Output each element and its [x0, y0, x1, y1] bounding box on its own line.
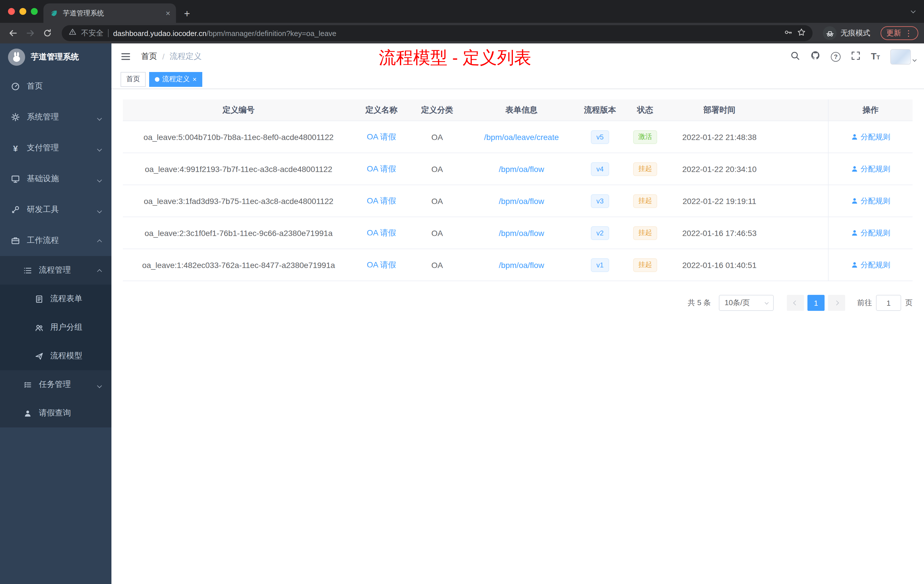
- chevron-down-icon: [98, 144, 101, 153]
- font-size-icon[interactable]: TT: [871, 52, 880, 61]
- user-icon: [851, 165, 858, 173]
- tab-title: 芋道管理系统: [63, 8, 161, 18]
- maximize-window-button[interactable]: [31, 8, 38, 15]
- update-chip[interactable]: 更新 ⋮: [881, 26, 918, 40]
- browser-tab[interactable]: 芋道管理系统 ×: [43, 3, 176, 23]
- version-badge: v2: [591, 226, 609, 240]
- forward-button[interactable]: [23, 26, 38, 41]
- version-badge: v4: [591, 162, 609, 176]
- goto-page-input[interactable]: [876, 295, 901, 311]
- tab-strip: 芋道管理系统 × +: [0, 0, 924, 23]
- sidebar-logo[interactable]: 芋道管理系统: [0, 43, 111, 71]
- list-icon: [23, 266, 32, 275]
- tag-close-icon[interactable]: ×: [193, 76, 196, 82]
- search-icon[interactable]: [790, 51, 800, 63]
- user-icon: [851, 133, 858, 140]
- help-icon[interactable]: ?: [831, 52, 841, 61]
- form-link[interactable]: /bpm/oa/flow: [499, 164, 544, 173]
- url-text[interactable]: dashboard.yudao.iocoder.cn/bpm/manager/d…: [113, 29, 779, 38]
- sidebar-item-process-form[interactable]: 流程表单: [0, 285, 111, 313]
- reload-button[interactable]: [40, 26, 55, 41]
- tab-search-chevron-icon[interactable]: [911, 5, 915, 15]
- sidebar-item-process-model[interactable]: 流程模型: [0, 342, 111, 370]
- tag-home[interactable]: 首页: [120, 72, 146, 87]
- bookmark-star-icon[interactable]: [797, 28, 806, 39]
- incognito-icon: [823, 26, 837, 40]
- app-shell: 芋道管理系统 首页 系统管理 ¥ 支付管理: [0, 43, 924, 584]
- definition-name-link[interactable]: OA 请假: [367, 164, 396, 174]
- breadcrumb-home[interactable]: 首页: [141, 51, 157, 62]
- tag-process-definition[interactable]: 流程定义 ×: [149, 72, 202, 87]
- page-size-select[interactable]: 10条/页: [719, 295, 774, 311]
- sidebar-item-label: 流程表单: [50, 294, 82, 304]
- tab-close-icon[interactable]: ×: [166, 9, 170, 17]
- sidebar-item-leave-query[interactable]: 请假查询: [0, 399, 111, 427]
- deploy-time-cell: 2022-01-22 19:19:11: [667, 185, 771, 216]
- sidebar-item-label: 工作流程: [27, 236, 59, 246]
- table-row: oa_leave:1:482ec033-762a-11ec-8477-a2380…: [123, 249, 912, 281]
- assign-rule-button[interactable]: 分配规则: [851, 260, 890, 270]
- user-icon: [851, 261, 858, 269]
- address-bar[interactable]: 不安全 dashboard.yudao.iocoder.cn/bpm/manag…: [62, 25, 813, 41]
- deploy-time-cell: 2022-01-16 17:46:53: [667, 217, 771, 249]
- definition-id-cell: oa_leave:2:3c1f0ef1-76b1-11ec-9c66-a2380…: [123, 217, 354, 249]
- menu-overflow-icon[interactable]: ⋮: [904, 29, 912, 37]
- category-cell: OA: [409, 249, 466, 280]
- sidebar-item-label: 支付管理: [27, 143, 59, 153]
- security-label[interactable]: 不安全: [81, 28, 104, 38]
- sidebar-toggle-icon[interactable]: [119, 50, 132, 63]
- github-icon[interactable]: [810, 50, 820, 63]
- assign-rule-button[interactable]: 分配规则: [851, 196, 890, 206]
- password-key-icon[interactable]: [784, 28, 792, 39]
- close-window-button[interactable]: [8, 8, 15, 15]
- next-page-button[interactable]: [828, 295, 845, 311]
- avatar-image: [890, 49, 911, 64]
- users-icon: [34, 323, 43, 332]
- definition-name-link[interactable]: OA 请假: [367, 196, 396, 206]
- prev-page-button[interactable]: [787, 295, 804, 311]
- page-content: 定义编号 定义名称 定义分类 表单信息 流程版本 状态 部署时间 操作 oa_l…: [111, 89, 924, 584]
- definition-id-cell: oa_leave:3:1fad3d93-7b75-11ec-a3c8-acde4…: [123, 185, 354, 216]
- sidebar-item-task-manage[interactable]: 任务管理: [0, 370, 111, 399]
- sidebar-item-home[interactable]: 首页: [0, 71, 111, 102]
- deploy-time-cell: 2022-01-22 21:48:38: [667, 121, 771, 153]
- breadcrumb-current: 流程定义: [170, 51, 202, 62]
- paper-plane-icon: [34, 351, 43, 361]
- sidebar-item-user-group[interactable]: 用户分组: [0, 313, 111, 342]
- sidebar-item-label: 用户分组: [50, 322, 82, 333]
- sidebar-item-devtools[interactable]: 研发工具: [0, 194, 111, 225]
- new-tab-button[interactable]: +: [184, 8, 190, 19]
- window-controls: [8, 8, 38, 15]
- sidebar-item-workflow[interactable]: 工作流程: [0, 225, 111, 256]
- dashboard-icon: [11, 82, 20, 91]
- form-link[interactable]: /bpm/oa/flow: [499, 260, 544, 269]
- minimize-window-button[interactable]: [20, 8, 26, 15]
- back-button[interactable]: [6, 26, 21, 41]
- sidebar-item-infrastructure[interactable]: 基础设施: [0, 163, 111, 194]
- col-form-info: 表单信息: [466, 99, 577, 120]
- col-version: 流程版本: [577, 99, 623, 120]
- sidebar-item-payment[interactable]: ¥ 支付管理: [0, 133, 111, 163]
- assign-rule-button[interactable]: 分配规则: [851, 228, 890, 238]
- incognito-badge: 无痕模式: [823, 26, 870, 40]
- definition-name-link[interactable]: OA 请假: [367, 260, 396, 270]
- form-link[interactable]: /bpm/oa/leave/create: [484, 132, 559, 142]
- deploy-time-cell: 2022-01-22 20:34:10: [667, 153, 771, 185]
- user-avatar[interactable]: [890, 49, 916, 64]
- page-number-button[interactable]: 1: [807, 295, 825, 311]
- assign-rule-button[interactable]: 分配规则: [851, 164, 890, 174]
- form-link[interactable]: /bpm/oa/flow: [499, 228, 544, 238]
- form-link[interactable]: /bpm/oa/flow: [499, 196, 544, 205]
- sidebar-item-system[interactable]: 系统管理: [0, 102, 111, 133]
- version-badge: v3: [591, 194, 609, 208]
- col-definition-id: 定义编号: [123, 99, 354, 120]
- assign-rule-button[interactable]: 分配规则: [851, 132, 890, 142]
- fullscreen-icon[interactable]: [851, 51, 861, 63]
- document-icon: [34, 294, 43, 304]
- definition-id-cell: oa_leave:4:991f2193-7b7f-11ec-a3c8-acde4…: [123, 153, 354, 185]
- definition-name-link[interactable]: OA 请假: [367, 228, 396, 238]
- category-cell: OA: [409, 217, 466, 249]
- sidebar-item-process-manage[interactable]: 流程管理: [0, 256, 111, 285]
- sidebar: 芋道管理系统 首页 系统管理 ¥ 支付管理: [0, 43, 111, 584]
- definition-name-link[interactable]: OA 请假: [367, 132, 396, 142]
